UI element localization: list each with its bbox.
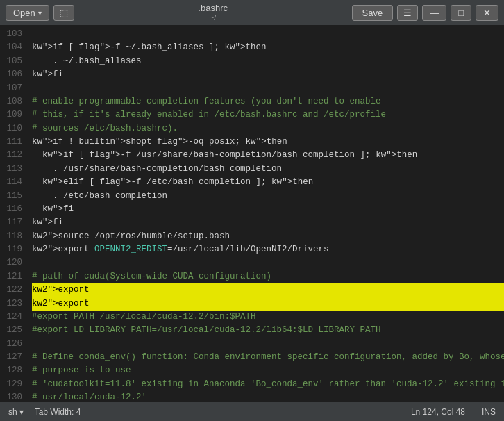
- save-button[interactable]: Save: [352, 5, 394, 21]
- line-numbers: 1031041051061071081091101111121131141151…: [0, 25, 26, 402]
- new-file-icon: ⬚: [60, 8, 68, 18]
- cursor-position: Ln 124, Col 48: [411, 407, 465, 417]
- menu-button[interactable]: ☰: [397, 5, 418, 21]
- new-file-button[interactable]: ⬚: [53, 5, 74, 21]
- file-name: .bashrc: [78, 3, 348, 14]
- language-label: sh: [8, 407, 17, 417]
- code-container[interactable]: 1031041051061071081091101111121131141151…: [0, 25, 504, 402]
- editor-area: 1031041051061071081091101111121131141151…: [0, 25, 504, 402]
- close-button[interactable]: ✕: [476, 5, 498, 21]
- language-selector[interactable]: sh ▾: [8, 407, 24, 417]
- titlebar: Open ▾ ⬚ .bashrc ~/ Save ☰ — □ ✕: [0, 0, 504, 25]
- code-content[interactable]: kw">if [ flag">-f ~/.bash_aliases ]; kw"…: [26, 25, 504, 402]
- insert-mode: INS: [482, 407, 496, 417]
- tab-width-selector[interactable]: Tab Width: 4: [35, 407, 81, 417]
- window-title: .bashrc ~/: [78, 3, 348, 23]
- open-label: Open: [13, 8, 35, 18]
- maximize-button[interactable]: □: [451, 5, 471, 21]
- minimize-button[interactable]: —: [422, 5, 446, 21]
- language-chevron-icon: ▾: [19, 407, 24, 417]
- file-path: ~/: [78, 13, 348, 22]
- open-chevron-icon: ▾: [38, 9, 42, 17]
- statusbar: sh ▾ Tab Width: 4 Ln 124, Col 48 INS: [0, 402, 504, 421]
- open-button[interactable]: Open ▾: [6, 5, 49, 21]
